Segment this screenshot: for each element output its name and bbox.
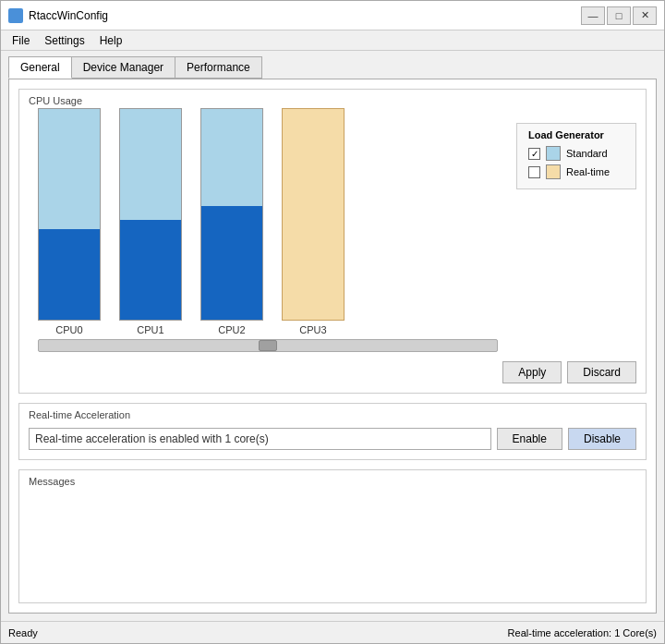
menu-settings[interactable]: Settings — [37, 32, 91, 49]
status-bar: Ready Real-time acceleration: 1 Core(s) — [1, 621, 664, 643]
standard-label: Standard — [566, 148, 608, 159]
cpu1-bar — [119, 108, 182, 321]
disable-button[interactable]: Disable — [568, 428, 636, 450]
realtime-row: Enable Disable — [29, 428, 636, 450]
cpu0-bar-col: CPU0 — [38, 108, 101, 335]
cpu2-label: CPU2 — [218, 324, 245, 335]
status-right: Real-time acceleration: 1 Core(s) — [508, 627, 657, 638]
app-icon — [8, 8, 23, 23]
cpu0-bar — [38, 108, 101, 321]
apply-button[interactable]: Apply — [502, 361, 562, 383]
cpu2-blue — [201, 206, 262, 320]
realtime-checkbox[interactable] — [528, 166, 540, 178]
minimize-button[interactable]: — — [581, 6, 605, 25]
status-left: Ready — [8, 627, 38, 638]
cpu2-light — [201, 109, 262, 206]
realtime-status-input[interactable] — [29, 428, 491, 450]
cpu-usage-section: CPU Usage CPU0 — [18, 89, 647, 394]
buttons-row: Apply Discard — [29, 361, 636, 383]
menu-file[interactable]: File — [5, 32, 37, 49]
cpu-bars-area: CPU0 CPU1 — [29, 114, 507, 358]
cpu1-light — [120, 109, 181, 220]
scrollbar-thumb[interactable] — [259, 340, 277, 351]
title-bar: RtaccWinConfig — □ ✕ — [1, 1, 664, 30]
legend-realtime: Real-time — [528, 164, 624, 179]
tab-device-manager[interactable]: Device Manager — [71, 56, 175, 79]
enable-button[interactable]: Enable — [497, 428, 562, 450]
cpu-section-label: CPU Usage — [29, 95, 636, 106]
cpu2-bar-col: CPU2 — [200, 108, 263, 335]
legend-box: Load Generator ✓ Standard Real-time — [516, 123, 636, 189]
cpu3-label: CPU3 — [299, 324, 326, 335]
tab-general[interactable]: General — [8, 56, 72, 79]
cpu0-blue — [39, 229, 100, 320]
bars-row: CPU0 CPU1 — [29, 114, 507, 335]
messages-label: Messages — [29, 476, 636, 487]
cpu0-label: CPU0 — [55, 324, 82, 335]
cpu0-light — [39, 109, 100, 229]
scrollbar-track[interactable] — [38, 339, 498, 352]
window-controls: — □ ✕ — [581, 6, 657, 25]
menu-help[interactable]: Help — [92, 32, 130, 49]
legend-title: Load Generator — [528, 129, 624, 140]
cpu3-bar-col: CPU3 — [282, 108, 345, 335]
legend-standard: ✓ Standard — [528, 146, 624, 161]
title-bar-left: RtaccWinConfig — [8, 8, 108, 23]
realtime-label: Real-time — [566, 166, 610, 177]
cpu1-bar-col: CPU1 — [119, 108, 182, 335]
maximize-button[interactable]: □ — [607, 6, 631, 25]
cpu3-orange — [283, 109, 344, 320]
cpu3-bar — [282, 108, 345, 321]
messages-section: Messages — [18, 469, 647, 603]
realtime-section-label: Real-time Acceleration — [29, 409, 636, 420]
cpu1-label: CPU1 — [137, 324, 163, 335]
menu-bar: File Settings Help — [1, 30, 664, 51]
main-window: RtaccWinConfig — □ ✕ File Settings Help … — [0, 0, 665, 644]
cpu2-bar — [200, 108, 263, 321]
tab-performance[interactable]: Performance — [175, 56, 262, 79]
tabs-bar: General Device Manager Performance — [1, 51, 664, 79]
close-button[interactable]: ✕ — [633, 6, 657, 25]
realtime-color — [546, 164, 561, 179]
standard-checkbox[interactable]: ✓ — [528, 148, 540, 160]
scrollbar-row — [29, 339, 507, 352]
window-title: RtaccWinConfig — [29, 9, 108, 22]
content-area: CPU Usage CPU0 — [8, 79, 657, 614]
realtime-section: Real-time Acceleration Enable Disable — [18, 403, 647, 460]
standard-color — [546, 146, 561, 161]
cpu-layout: CPU0 CPU1 — [29, 114, 636, 358]
discard-button[interactable]: Discard — [567, 361, 636, 383]
cpu1-blue — [120, 220, 181, 320]
